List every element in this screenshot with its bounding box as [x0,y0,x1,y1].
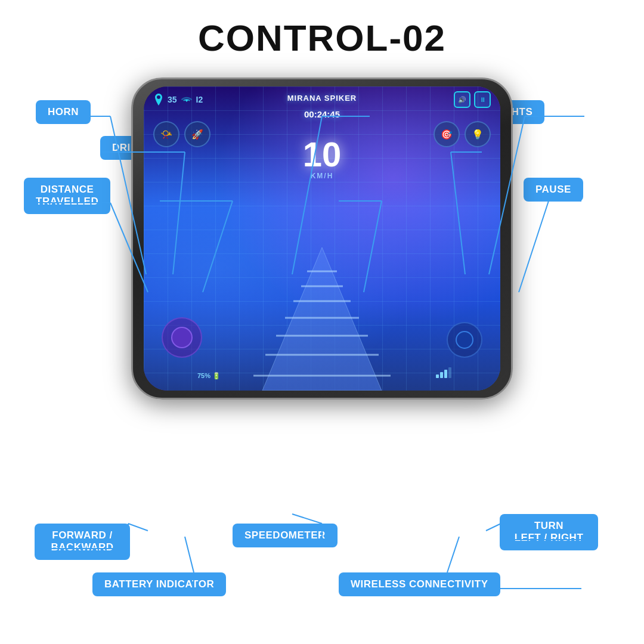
label-speedometer: SPEEDOMETER [233,524,338,547]
svg-line-18 [128,524,148,531]
location-icon [153,94,164,106]
pause-btn[interactable]: ⏸ [474,91,491,108]
joystick-right[interactable] [447,322,482,358]
speed-display: 10 KM/H [303,137,342,180]
wifi-icon [181,95,193,104]
svg-rect-44 [448,367,451,378]
screen-stats-left: 35 I2 [153,94,203,106]
signal-icon [436,367,453,378]
label-horn: HORN [36,100,91,124]
label-wireless-connectivity: WIRELESS CONNECTIVITY [339,572,500,596]
signal-display [436,367,453,380]
player-name: MIRANA SPIKER [287,94,357,103]
joystick-right-inner [456,331,473,349]
horn-btn[interactable]: 📯 [153,121,179,147]
battery-pct: 75% [197,372,210,379]
screen-btn-top-right: 🔊 ⏸ [454,91,491,108]
action-buttons-left: 📯 🚀 [153,121,210,147]
svg-line-24 [486,524,501,531]
svg-line-27 [185,537,194,572]
joystick-left[interactable] [162,317,202,358]
label-distance-travelled: DISTANCETRAVELLED [24,178,110,214]
speed-value: 10 [303,137,342,172]
road-graphic [215,236,429,391]
screen-drift-val: I2 [196,95,203,104]
svg-rect-43 [444,370,447,378]
page-title: CONTROL-02 [0,0,644,59]
screen-distance-val: 35 [168,95,177,104]
mute-btn[interactable]: 🔊 [454,91,470,108]
svg-marker-33 [262,247,382,391]
joystick-left-inner [171,327,193,348]
action-buttons-right: 🎯 💡 [434,121,491,147]
label-turn-left-right: TURNLEFT / RIGHT [500,514,598,550]
phone-mockup: 35 I2 🔊 ⏸ MIRANA SPIKER 00:24:45 [131,78,513,400]
label-forward-backward: FORWARD /BACKWARD [35,524,130,560]
screen-timer: 00:24:45 [304,109,340,119]
svg-rect-41 [436,374,439,378]
boost-btn[interactable]: 🚀 [184,121,210,147]
svg-line-16 [519,201,549,292]
label-battery-indicator: BATTERY INDICATOR [92,572,226,596]
brake-btn[interactable]: 🎯 [434,121,460,147]
light-btn[interactable]: 💡 [465,121,491,147]
phone-outer: 35 I2 🔊 ⏸ MIRANA SPIKER 00:24:45 [131,78,513,400]
label-pause: PAUSE [524,178,583,202]
svg-rect-42 [440,372,443,378]
svg-line-21 [292,514,322,524]
battery-display: 75% 🔋 [197,372,221,380]
svg-line-30 [447,537,459,572]
phone-screen: 35 I2 🔊 ⏸ MIRANA SPIKER 00:24:45 [144,86,500,391]
